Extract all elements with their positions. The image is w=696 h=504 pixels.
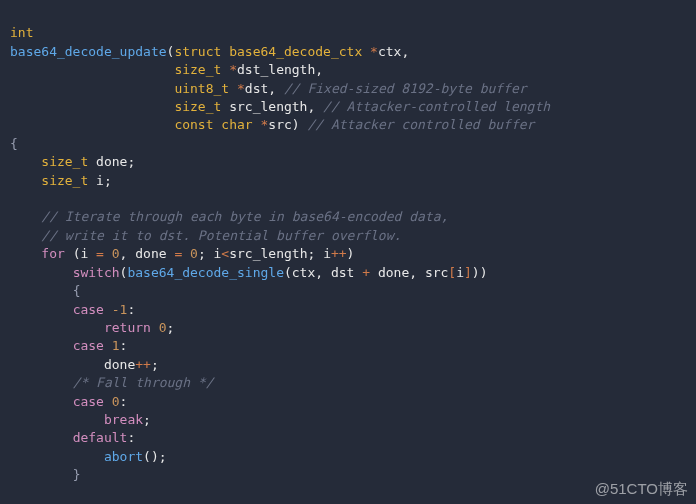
comment: // Fixed-sized 8192-byte buffer [284, 81, 527, 96]
kw-uint8_t: uint8_t [174, 81, 229, 96]
comment: // Attacker controlled buffer [307, 117, 534, 132]
lparen: ( [284, 265, 292, 280]
eq: = [96, 246, 104, 261]
line: default: [10, 430, 135, 445]
star: * [237, 81, 245, 96]
semi: ; [198, 246, 206, 261]
kw-const-char: const char [174, 117, 252, 132]
kw-case: case [73, 338, 104, 353]
var-i: i [323, 246, 331, 261]
num-zero: 0 [112, 246, 120, 261]
kw-size_t: size_t [174, 62, 221, 77]
colon: : [127, 302, 135, 317]
comma: , [315, 62, 323, 77]
line: } [10, 467, 80, 482]
comment: // Attacker-controlled length [323, 99, 550, 114]
kw-case: case [73, 302, 104, 317]
line: base64_decode_update(struct base64_decod… [10, 44, 409, 59]
arg-dst: dst [331, 265, 354, 280]
semi: ; [127, 154, 135, 169]
inc: ++ [135, 357, 151, 372]
watermark: @51CTO博客 [595, 480, 688, 498]
line: abort(); [10, 449, 167, 464]
line [10, 486, 18, 501]
rparen: ) [472, 265, 480, 280]
num-one: 1 [112, 338, 120, 353]
comment: // Iterate through each byte in base64-e… [41, 209, 448, 224]
comma: , [120, 246, 128, 261]
param-dst: dst [245, 81, 268, 96]
line: for (i = 0, done = 0; i<src_length; i++) [10, 246, 354, 261]
line: const char *src) // Attacker controlled … [10, 117, 534, 132]
comment: /* Fall through */ [73, 375, 214, 390]
var-done: done [104, 357, 135, 372]
line: switch(base64_decode_single(ctx, dst + d… [10, 265, 488, 280]
colon: : [120, 338, 128, 353]
line: uint8_t *dst, // Fixed-sized 8192-byte b… [10, 81, 527, 96]
rparen: ) [292, 117, 300, 132]
arg-src: src [425, 265, 448, 280]
line: done++; [10, 357, 159, 372]
semi: ; [307, 246, 315, 261]
eq: = [174, 246, 182, 261]
var-src-length: src_length [229, 246, 307, 261]
param-dst-length: dst_length [237, 62, 315, 77]
type-ctx: base64_decode_ctx [229, 44, 362, 59]
fn-name: base64_decode_update [10, 44, 167, 59]
semi: ; [143, 412, 151, 427]
line: int [10, 25, 33, 40]
star: * [370, 44, 378, 59]
code-editor: int base64_decode_update(struct base64_d… [0, 0, 696, 504]
comma: , [315, 265, 323, 280]
comment: // write it to dst. Potential buffer ove… [41, 228, 401, 243]
line: size_t i; [10, 173, 112, 188]
idx-i: i [456, 265, 464, 280]
fn-decode-single: base64_decode_single [127, 265, 284, 280]
comma: , [409, 265, 417, 280]
line: return 0; [10, 320, 174, 335]
param-ctx: ctx [378, 44, 401, 59]
semi: ; [104, 173, 112, 188]
num-zero: 0 [159, 320, 167, 335]
lparen: ( [143, 449, 151, 464]
plus: + [362, 265, 370, 280]
kw-default: default [73, 430, 128, 445]
line: /* Fall through */ [10, 375, 214, 390]
comma: , [307, 99, 315, 114]
line: { [10, 136, 18, 151]
line [10, 191, 18, 206]
line: case 0: [10, 394, 127, 409]
line: // write it to dst. Potential buffer ove… [10, 228, 401, 243]
comma: , [401, 44, 409, 59]
line: { [10, 283, 80, 298]
rparen: ) [480, 265, 488, 280]
lt: < [221, 246, 229, 261]
kw-return: return [104, 320, 151, 335]
kw-for: for [41, 246, 64, 261]
param-src: src [268, 117, 291, 132]
kw-struct: struct [174, 44, 221, 59]
lbrace: { [10, 136, 18, 151]
line: case -1: [10, 302, 135, 317]
kw-size_t: size_t [174, 99, 221, 114]
arg-ctx: ctx [292, 265, 315, 280]
rbrack: ] [464, 265, 472, 280]
kw-switch: switch [73, 265, 120, 280]
kw-size_t: size_t [41, 154, 88, 169]
line: size_t done; [10, 154, 135, 169]
param-src-length: src_length [229, 99, 307, 114]
semi: ; [151, 357, 159, 372]
semi: ; [167, 320, 175, 335]
line: size_t src_length, // Attacker-controlle… [10, 99, 550, 114]
rbrace: } [73, 467, 81, 482]
line: // Iterate through each byte in base64-e… [10, 209, 448, 224]
kw-int: int [10, 25, 33, 40]
comma: , [268, 81, 276, 96]
rparen: ) [151, 449, 159, 464]
colon: : [127, 430, 135, 445]
kw-size_t: size_t [41, 173, 88, 188]
inc: ++ [331, 246, 347, 261]
star: * [229, 62, 237, 77]
semi: ; [159, 449, 167, 464]
line: break; [10, 412, 151, 427]
